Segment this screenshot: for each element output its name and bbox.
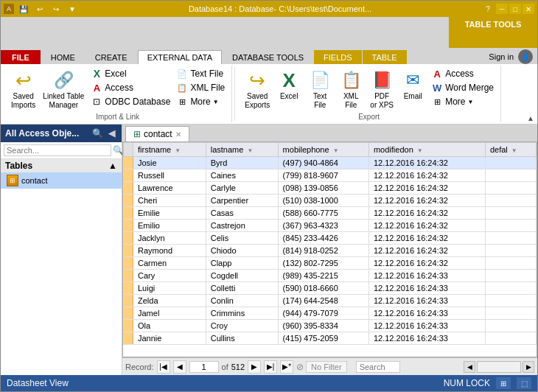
- contact-tab[interactable]: ⊞ contact ✕: [125, 126, 189, 141]
- cell-defal: [485, 195, 536, 207]
- table-row[interactable]: LuigiColletti(590) 018-666012.12.2016 16…: [124, 282, 537, 295]
- table-row[interactable]: RaymondChiodo(814) 918-025212.12.2016 16…: [124, 245, 537, 257]
- table-row[interactable]: CaryCogdell(989) 435-221512.12.2016 16:2…: [124, 270, 537, 282]
- tables-label: Tables: [5, 161, 32, 171]
- more-import-label: More: [190, 97, 210, 107]
- table-row[interactable]: LawrenceCarlyle(098) 139-085612.12.2016 …: [124, 182, 537, 195]
- content-area: ⊞ contact ✕ firstname ▼ lastname ▼ mobil…: [122, 125, 537, 375]
- cell-defal: [485, 232, 536, 245]
- excel-import-button[interactable]: X Excel: [88, 67, 172, 80]
- linked-table-manager-button[interactable]: 🔗 Linked TableManager: [40, 67, 87, 111]
- row-indicator: [124, 207, 133, 220]
- col-modifiedon[interactable]: modifiedon ▼: [368, 143, 485, 157]
- cell-firstname: Josie: [133, 157, 206, 169]
- saved-imports-button[interactable]: ↩ SavedImports: [8, 67, 38, 111]
- more-import-button[interactable]: ⊞ More ▼: [174, 95, 227, 108]
- text-export-button[interactable]: 📄 TextFile: [305, 67, 335, 111]
- status-layout-icon[interactable]: ⬚: [517, 377, 531, 389]
- nav-menu-btn[interactable]: ◀: [105, 127, 117, 139]
- tables-section-header[interactable]: Tables ▲: [1, 159, 122, 172]
- odbc-button[interactable]: ⊡ ODBC Database: [88, 95, 172, 108]
- cell-mobilephone: (944) 479-7079: [278, 307, 368, 320]
- record-current-input[interactable]: [189, 361, 219, 373]
- nav-pane-header: All Access Obje... 🔍 ◀: [1, 125, 122, 142]
- qat-redo[interactable]: ↪: [49, 2, 63, 15]
- close-button[interactable]: ✕: [523, 4, 534, 14]
- sign-in-btn[interactable]: Sign in: [489, 52, 514, 61]
- word-merge-button[interactable]: W Word Merge: [429, 81, 496, 94]
- table-row[interactable]: CarmenClapp(132) 802-729512.12.2016 16:2…: [124, 257, 537, 270]
- scroll-track[interactable]: [477, 361, 521, 373]
- cell-firstname: Cary: [133, 270, 206, 282]
- scroll-right-btn[interactable]: ▶: [523, 361, 534, 373]
- cell-firstname: Russell: [133, 169, 206, 182]
- col-mobilephone[interactable]: mobilephone ▼: [278, 143, 368, 157]
- row-indicator: [124, 257, 133, 270]
- status-datasheet-icon[interactable]: ⊞: [496, 377, 511, 389]
- cell-mobilephone: (367) 963-4323: [278, 220, 368, 232]
- excel-export-button[interactable]: X Excel: [274, 67, 304, 102]
- col-firstname[interactable]: firstname ▼: [133, 143, 206, 157]
- col-defal[interactable]: defal ▼: [485, 143, 536, 157]
- tab-database-tools[interactable]: DATABASE TOOLS: [223, 50, 313, 64]
- text-file-import-button[interactable]: 📄 Text File: [174, 67, 227, 80]
- title-bar: A 💾 ↩ ↪ ▼ Database14 : Database- C:\User…: [1, 1, 537, 17]
- help-button[interactable]: ?: [481, 2, 495, 15]
- table-row[interactable]: OlaCroy(960) 395-833412.12.2016 16:24:33: [124, 320, 537, 332]
- table-row[interactable]: EmilieCasas(588) 660-777512.12.2016 16:2…: [124, 207, 537, 220]
- xml-file-import-button[interactable]: 📋 XML File: [174, 81, 227, 94]
- user-avatar[interactable]: 👤: [518, 49, 533, 64]
- word-merge-label: Word Merge: [445, 83, 494, 93]
- row-indicator: [124, 295, 133, 307]
- record-next-btn[interactable]: ▶: [248, 360, 261, 374]
- cell-mobilephone: (590) 018-6660: [278, 282, 368, 295]
- tab-home[interactable]: HOME: [41, 50, 85, 64]
- record-prev-btn[interactable]: ◀: [173, 360, 186, 374]
- more-export-icon: ⊞: [431, 96, 443, 108]
- contact-nav-item[interactable]: ⊞ contact: [1, 172, 122, 189]
- email-export-button[interactable]: ✉ Email: [398, 67, 427, 102]
- tab-close-btn[interactable]: ✕: [175, 130, 181, 139]
- table-row[interactable]: CheriCarpentier(510) 038-100012.12.2016 …: [124, 195, 537, 207]
- qat-save[interactable]: 💾: [17, 2, 30, 15]
- nav-search-input[interactable]: [4, 144, 111, 156]
- access-export-button[interactable]: A Access: [429, 67, 496, 80]
- cell-modifiedon: 12.12.2016 16:24:32: [368, 232, 485, 245]
- record-first-btn[interactable]: |◀: [157, 360, 170, 374]
- xml-export-button[interactable]: 📋 XMLFile: [336, 67, 366, 111]
- more-export-button[interactable]: ⊞ More ▼: [429, 95, 496, 108]
- qat-undo[interactable]: ↩: [33, 2, 46, 15]
- tab-table[interactable]: TABLE: [363, 50, 407, 64]
- tab-file[interactable]: FILE: [1, 50, 41, 64]
- qat-dropdown[interactable]: ▼: [66, 2, 79, 15]
- filter-btn[interactable]: No Filter: [306, 361, 347, 373]
- table-row[interactable]: ZeldaConlin(174) 644-254812.12.2016 16:2…: [124, 295, 537, 307]
- ribbon-collapse-btn[interactable]: ▲: [527, 114, 534, 122]
- access-import-button[interactable]: A Access: [88, 81, 172, 94]
- record-search-input[interactable]: [356, 361, 400, 373]
- col-lastname[interactable]: lastname ▼: [206, 143, 278, 157]
- tab-external-data[interactable]: EXTERNAL DATA: [138, 50, 222, 64]
- table-row[interactable]: JacklynCelis(845) 233-442612.12.2016 16:…: [124, 232, 537, 245]
- table-row[interactable]: JannieCullins(415) 475-205912.12.2016 16…: [124, 332, 537, 345]
- scroll-left-btn[interactable]: ◀: [464, 361, 475, 373]
- maximize-button[interactable]: □: [509, 4, 521, 14]
- table-row[interactable]: JosieByrd(497) 940-486412.12.2016 16:24:…: [124, 157, 537, 169]
- cell-modifiedon: 12.12.2016 16:24:32: [368, 157, 485, 169]
- cell-defal: [485, 257, 536, 270]
- access-export-icon: A: [431, 68, 443, 80]
- cell-defal: [485, 332, 536, 345]
- contact-tab-label: contact: [144, 129, 172, 139]
- minimize-button[interactable]: ─: [496, 4, 508, 14]
- saved-exports-button[interactable]: ↪ SavedExports: [242, 67, 273, 111]
- nav-search-toggle[interactable]: 🔍: [91, 127, 103, 139]
- tab-fields[interactable]: FIELDS: [314, 50, 362, 64]
- table-row[interactable]: EmilioCastrejon(367) 963-432312.12.2016 …: [124, 220, 537, 232]
- record-last-btn[interactable]: ▶|: [264, 360, 277, 374]
- table-row[interactable]: JamelCrimmins(944) 479-707912.12.2016 16…: [124, 307, 537, 320]
- cell-lastname: Croy: [206, 320, 278, 332]
- table-row[interactable]: RussellCaines(799) 818-960712.12.2016 16…: [124, 169, 537, 182]
- record-new-btn[interactable]: ▶*: [280, 360, 293, 374]
- tab-create[interactable]: CREATE: [85, 50, 137, 64]
- pdf-export-button[interactable]: 📕 PDFor XPS: [367, 67, 396, 111]
